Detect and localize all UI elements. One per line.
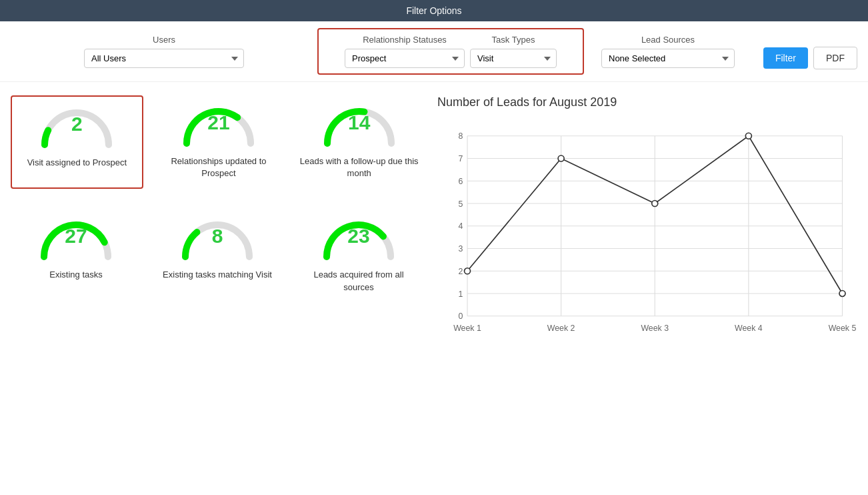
card-visit-prospect-label: Visit assigned to Prospect bbox=[27, 157, 127, 169]
gauges-row-bottom: 27Existing tasks8Existing tasks matching… bbox=[11, 209, 424, 302]
svg-text:Week 3: Week 3 bbox=[641, 324, 669, 333]
svg-point-29 bbox=[558, 155, 564, 161]
filter-button[interactable]: Filter bbox=[763, 47, 808, 69]
card-existing-tasks-gauge: 27 bbox=[36, 215, 116, 262]
card-leads-acquired-gauge: 23 bbox=[319, 215, 399, 262]
main-content: 2Visit assigned to Prospect21Relationshi… bbox=[0, 82, 868, 360]
svg-text:0: 0 bbox=[458, 312, 463, 321]
svg-text:Week 5: Week 5 bbox=[829, 324, 857, 333]
svg-text:3: 3 bbox=[458, 244, 463, 254]
card-rel-prospect: 21Relationships updated to Prospect bbox=[154, 95, 284, 189]
svg-point-30 bbox=[652, 201, 658, 207]
gauges-area: 2Visit assigned to Prospect21Relationshi… bbox=[11, 95, 424, 347]
card-existing-tasks: 27Existing tasks bbox=[11, 209, 141, 302]
card-visit-prospect-value: 2 bbox=[37, 113, 117, 135]
rel-status-select[interactable]: ProspectLeadClient bbox=[345, 49, 465, 68]
task-type-section: Task Types VisitCallEmail bbox=[470, 35, 557, 68]
svg-text:7: 7 bbox=[458, 154, 463, 163]
card-existing-tasks-visit-value: 8 bbox=[177, 225, 257, 248]
svg-text:Week 2: Week 2 bbox=[547, 324, 575, 333]
card-existing-tasks-visit-label: Existing tasks matching Visit bbox=[163, 269, 272, 281]
svg-text:8: 8 bbox=[458, 131, 463, 141]
svg-point-32 bbox=[839, 291, 845, 297]
lead-source-select[interactable]: None Selected bbox=[601, 49, 735, 68]
card-visit-prospect-gauge: 2 bbox=[37, 103, 117, 150]
card-existing-tasks-value: 27 bbox=[36, 225, 116, 248]
card-leads-acquired-value: 23 bbox=[319, 225, 399, 248]
svg-point-28 bbox=[465, 268, 471, 274]
svg-text:5: 5 bbox=[458, 199, 463, 209]
svg-text:Week 1: Week 1 bbox=[453, 324, 481, 333]
lead-source-label: Lead Sources bbox=[641, 35, 695, 45]
card-leads-acquired-label: Leads acquired from all sources bbox=[299, 269, 419, 293]
chart-area: Number of Leads for August 2019 01234567… bbox=[437, 95, 857, 347]
svg-text:Week 4: Week 4 bbox=[735, 324, 763, 333]
task-type-label: Task Types bbox=[492, 35, 535, 45]
users-select[interactable]: All Users bbox=[84, 49, 244, 68]
rel-status-label: Relationship Statuses bbox=[363, 35, 447, 45]
task-type-select[interactable]: VisitCallEmail bbox=[470, 49, 557, 68]
filter-options-title: Filter Options bbox=[0, 0, 868, 21]
svg-text:2: 2 bbox=[458, 267, 463, 276]
card-visit-prospect: 2Visit assigned to Prospect bbox=[11, 95, 143, 189]
gauges-row-top: 2Visit assigned to Prospect21Relationshi… bbox=[11, 95, 424, 189]
svg-point-31 bbox=[745, 133, 751, 139]
card-followup: 14Leads with a follow-up due this month bbox=[294, 95, 424, 189]
filter-row: Users All Users Relationship Statuses Pr… bbox=[0, 21, 868, 82]
users-label: Users bbox=[153, 35, 175, 45]
rel-status-section: Relationship Statuses ProspectLeadClient bbox=[345, 35, 465, 68]
pdf-button[interactable]: PDF bbox=[813, 47, 857, 69]
line-chart-svg: 012345678Week 1Week 2Week 3Week 4Week 5 bbox=[437, 120, 857, 347]
chart-title: Number of Leads for August 2019 bbox=[437, 95, 857, 109]
svg-text:1: 1 bbox=[458, 290, 463, 299]
card-rel-prospect-value: 21 bbox=[179, 111, 259, 134]
card-existing-tasks-visit-gauge: 8 bbox=[177, 215, 257, 262]
lead-source-filter-section: Lead Sources None Selected bbox=[595, 35, 741, 68]
card-followup-gauge: 14 bbox=[319, 102, 399, 149]
chart-container: 012345678Week 1Week 2Week 3Week 4Week 5 bbox=[437, 120, 857, 347]
filter-actions: Filter PDF bbox=[763, 33, 857, 69]
card-existing-tasks-label: Existing tasks bbox=[49, 269, 102, 281]
rel-task-inner-row: Relationship Statuses ProspectLeadClient… bbox=[345, 35, 557, 68]
card-followup-value: 14 bbox=[319, 111, 399, 134]
card-rel-prospect-gauge: 21 bbox=[179, 102, 259, 149]
users-filter-section: Users All Users bbox=[11, 35, 317, 68]
card-followup-label: Leads with a follow-up due this month bbox=[299, 155, 419, 179]
svg-text:6: 6 bbox=[458, 177, 463, 186]
rel-task-filter-section: Relationship Statuses ProspectLeadClient… bbox=[317, 28, 584, 75]
card-existing-tasks-visit: 8Existing tasks matching Visit bbox=[152, 209, 283, 302]
card-rel-prospect-label: Relationships updated to Prospect bbox=[159, 155, 279, 179]
card-leads-acquired: 23Leads acquired from all sources bbox=[293, 209, 424, 302]
svg-text:4: 4 bbox=[458, 221, 463, 231]
